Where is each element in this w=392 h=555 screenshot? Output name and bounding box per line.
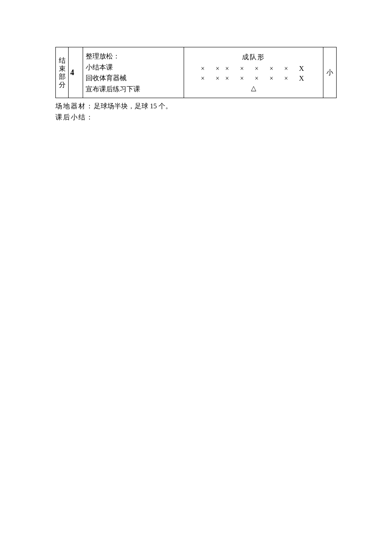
section-char: 部 [57,73,67,81]
formation-cell: 成队形 × × × × × × × X × × × × × × × X △ [184,47,323,98]
formation-delta: △ [187,84,320,92]
time-value: 4 [70,68,74,77]
formation-row: × × × × × × × X [187,64,320,73]
section-char: 束 [57,64,67,73]
content-line: 宣布课后练习下课 [86,84,181,95]
formation-row: × × × × × × × X [187,74,320,83]
summary-label: 课后小结： [55,113,94,121]
lesson-plan-table: 结 束 部 分 4 整理放松： 小结本课 回收体育器械 宣布课后练习下课 成队形… [55,47,337,98]
table-row: 结 束 部 分 4 整理放松： 小结本课 回收体育器械 宣布课后练习下课 成队形… [56,47,337,98]
intensity-cell: 小 [323,47,336,98]
time-cell: 4 [69,47,83,98]
content-line: 整理放松： [86,51,181,62]
section-label-cell: 结 束 部 分 [56,47,69,98]
content-cell: 整理放松： 小结本课 回收体育器械 宣布课后练习下课 [83,47,184,98]
equipment-line: 场地器材：足球场半块，足球 15 个。 [55,101,337,112]
summary-line: 课后小结： [55,112,337,123]
content-line: 回收体育器械 [86,73,181,84]
equipment-text: 足球场半块，足球 15 个。 [94,102,172,110]
content-line: 小结本课 [86,62,181,73]
formation-title: 成队形 [187,53,320,62]
equipment-label: 场地器材： [55,102,94,110]
intensity-value: 小 [326,69,333,76]
notes-section: 场地器材：足球场半块，足球 15 个。 课后小结： [55,101,337,122]
section-char: 分 [57,81,67,89]
section-char: 结 [57,56,67,64]
